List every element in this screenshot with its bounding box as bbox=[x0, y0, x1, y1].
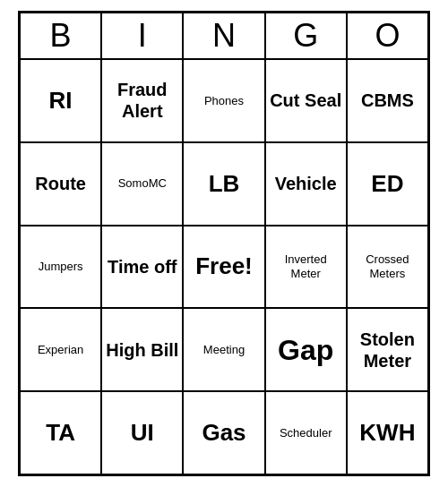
cell-r5c4: Scheduler bbox=[265, 391, 347, 474]
cell-r4c3: Meeting bbox=[183, 308, 264, 391]
cell-r2c5: ED bbox=[347, 142, 428, 226]
cell-r4c1: Experian bbox=[20, 308, 101, 391]
cell-r4c2: High Bill bbox=[101, 308, 183, 391]
cell-r1c4: Cut Seal bbox=[265, 59, 347, 142]
cell-r2c2: SomoMC bbox=[101, 142, 183, 226]
cell-r1c1: RI bbox=[20, 59, 101, 142]
cell-r2c4: Vehicle bbox=[265, 142, 347, 226]
cell-r3c5: Crossed Meters bbox=[347, 226, 428, 309]
cell-r5c5: KWH bbox=[347, 391, 428, 474]
header-g: G bbox=[265, 13, 347, 59]
cell-r5c2: UI bbox=[101, 391, 183, 474]
cell-r1c2: Fraud Alert bbox=[101, 59, 183, 142]
cell-r5c3: Gas bbox=[183, 391, 264, 474]
header-i: I bbox=[101, 13, 183, 59]
cell-r4c4: Gap bbox=[265, 308, 347, 391]
bingo-card: B I N G O RI Fraud Alert Phones Cut Seal… bbox=[18, 11, 430, 476]
cell-r5c1: TA bbox=[20, 391, 101, 474]
header-o: O bbox=[347, 13, 428, 59]
cell-r3c1: Jumpers bbox=[20, 226, 101, 309]
cell-r2c1: Route bbox=[20, 142, 101, 226]
header-n: N bbox=[183, 13, 264, 59]
cell-r2c3: LB bbox=[183, 142, 264, 226]
cell-r3c3: Free! bbox=[183, 226, 264, 309]
cell-r4c5: Stolen Meter bbox=[347, 308, 428, 391]
cell-r1c3: Phones bbox=[183, 59, 264, 142]
cell-r3c4: Inverted Meter bbox=[265, 226, 347, 309]
header-b: B bbox=[20, 13, 101, 59]
cell-r1c5: CBMS bbox=[347, 59, 428, 142]
cell-r3c2: Time off bbox=[101, 226, 183, 309]
